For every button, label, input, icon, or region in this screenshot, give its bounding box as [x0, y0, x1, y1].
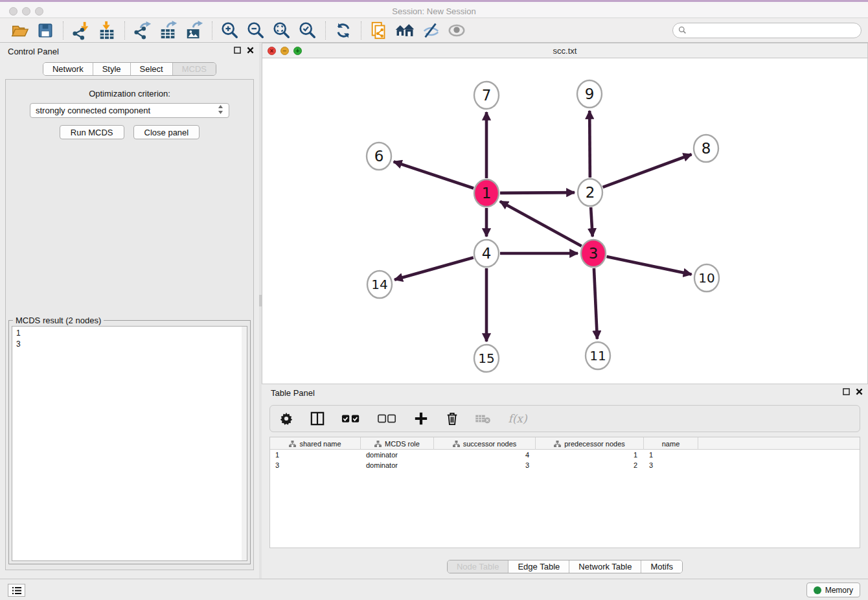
- table-row[interactable]: 1dominator411: [270, 450, 860, 460]
- edge-1-2[interactable]: [500, 192, 575, 193]
- float-table-panel-icon[interactable]: [843, 388, 850, 395]
- tab-edge-table[interactable]: Edge Table: [508, 560, 569, 573]
- edge-4-14[interactable]: [394, 257, 474, 279]
- graph-node-8[interactable]: 8: [694, 135, 718, 162]
- zoom-in-icon[interactable]: [217, 19, 243, 41]
- home-layout-icon[interactable]: [392, 19, 418, 41]
- column-header-successor-nodes[interactable]: successor nodes: [434, 437, 536, 450]
- toolbar-separator: [325, 21, 326, 40]
- cell-shared-name[interactable]: 3: [270, 460, 361, 470]
- import-table-icon[interactable]: [94, 19, 120, 41]
- show-all-icon[interactable]: [444, 19, 470, 41]
- tab-network-table[interactable]: Network Table: [569, 560, 641, 573]
- svg-text:4: 4: [482, 245, 492, 262]
- select-all-checkboxes-icon[interactable]: [340, 410, 362, 427]
- add-column-icon[interactable]: [413, 410, 429, 427]
- graph-node-15[interactable]: 15: [474, 345, 499, 372]
- edge-3-1[interactable]: [500, 202, 582, 246]
- table-row[interactable]: 3dominator323: [270, 460, 860, 470]
- graph-node-10[interactable]: 10: [694, 264, 719, 292]
- graph-node-3[interactable]: 3: [581, 240, 606, 267]
- cell-MCDS-role[interactable]: dominator: [361, 450, 434, 460]
- tab-select[interactable]: Select: [131, 63, 173, 75]
- deselect-all-checkboxes-icon[interactable]: [376, 410, 398, 427]
- zoom-out-icon[interactable]: [243, 19, 269, 41]
- cell-shared-name[interactable]: 1: [270, 450, 361, 460]
- session-title: Session: New Session: [0, 6, 868, 16]
- run-mcds-button[interactable]: Run MCDS: [60, 125, 124, 139]
- edge-3-11[interactable]: [594, 268, 597, 339]
- search-icon: [678, 26, 687, 34]
- cell-successor-nodes[interactable]: 4: [434, 450, 536, 460]
- tab-network[interactable]: Network: [43, 63, 93, 75]
- close-table-panel-icon[interactable]: [856, 388, 863, 395]
- edge-3-10[interactable]: [607, 257, 692, 275]
- edge-2-3[interactable]: [591, 207, 593, 237]
- network-view-title: scc.txt: [262, 46, 867, 56]
- cell-predecessor-nodes[interactable]: 2: [536, 460, 644, 470]
- node-table[interactable]: shared nameMCDS rolesuccessor nodesprede…: [269, 437, 860, 548]
- cell-predecessor-nodes[interactable]: 1: [536, 450, 644, 460]
- column-settings-gear-icon[interactable]: [278, 410, 295, 427]
- tab-motifs[interactable]: Motifs: [641, 560, 682, 573]
- graph-node-14[interactable]: 14: [367, 271, 392, 298]
- graph-node-9[interactable]: 9: [577, 80, 602, 108]
- zoom-fit-icon[interactable]: [269, 19, 295, 41]
- graph-node-4[interactable]: 4: [474, 240, 499, 267]
- cell-name[interactable]: 3: [644, 460, 698, 470]
- graph-node-11[interactable]: 11: [586, 342, 610, 369]
- import-network-icon[interactable]: [68, 19, 94, 41]
- refresh-view-icon[interactable]: [330, 19, 356, 41]
- tab-mcds[interactable]: MCDS: [173, 63, 216, 75]
- memory-label: Memory: [825, 586, 853, 595]
- task-history-button[interactable]: [8, 584, 25, 597]
- cell-name[interactable]: 1: [644, 450, 698, 460]
- search-input[interactable]: [690, 26, 856, 35]
- zoom-selected-icon[interactable]: [295, 19, 321, 41]
- graph-node-7[interactable]: 7: [474, 82, 499, 109]
- memory-button[interactable]: Memory: [806, 583, 860, 597]
- table-panel-tabs: Node TableEdge TableNetwork TableMotifs: [447, 560, 683, 573]
- clone-network-icon[interactable]: [366, 19, 392, 41]
- svg-text:7: 7: [482, 87, 492, 104]
- open-session-icon[interactable]: [6, 19, 32, 41]
- mcds-panel: Optimization criterion: strongly connect…: [5, 79, 254, 570]
- delete-columns-trash-icon[interactable]: [444, 410, 461, 427]
- scrollbar-track[interactable]: [242, 327, 247, 560]
- control-panel-tabs: NetworkStyleSelectMCDS: [43, 62, 216, 76]
- close-panel-icon[interactable]: [247, 47, 254, 54]
- table-panel: Table Panel f(x) shared nameMCDS rolesuc…: [262, 384, 868, 579]
- cell-successor-nodes[interactable]: 3: [434, 460, 536, 470]
- delete-table-icon: [475, 410, 492, 427]
- graph-node-1[interactable]: 1: [474, 179, 499, 207]
- column-header-name[interactable]: name: [644, 437, 698, 450]
- edge-2-8[interactable]: [603, 154, 692, 187]
- split-panel-icon[interactable]: [309, 410, 326, 427]
- cell-MCDS-role[interactable]: dominator: [361, 460, 434, 470]
- save-session-icon[interactable]: [32, 19, 58, 41]
- column-header-predecessor-nodes[interactable]: predecessor nodes: [536, 437, 644, 450]
- svg-text:11: 11: [589, 348, 606, 363]
- criterion-dropdown[interactable]: strongly connected component: [30, 103, 229, 118]
- column-type-icon: [554, 441, 561, 447]
- hide-selected-icon[interactable]: [418, 19, 444, 41]
- network-canvas[interactable]: 7968124314101511: [262, 58, 867, 384]
- table-header-row: shared nameMCDS rolesuccessor nodesprede…: [270, 437, 860, 450]
- network-window-titlebar[interactable]: × − + scc.txt: [262, 43, 867, 58]
- export-image-icon[interactable]: [181, 19, 207, 41]
- close-panel-button[interactable]: Close panel: [133, 125, 200, 139]
- graph-node-2[interactable]: 2: [578, 179, 602, 206]
- toolbar-separator: [124, 21, 125, 40]
- graph-node-6[interactable]: 6: [367, 143, 391, 170]
- float-panel-icon[interactable]: [234, 47, 241, 54]
- edge-2-9[interactable]: [589, 111, 590, 178]
- column-header-shared-name[interactable]: shared name: [270, 437, 361, 450]
- export-network-icon[interactable]: [130, 19, 155, 41]
- tab-node-table[interactable]: Node Table: [448, 560, 509, 573]
- column-header-MCDS-role[interactable]: MCDS role: [361, 437, 434, 450]
- tab-style[interactable]: Style: [93, 63, 131, 75]
- export-table-icon[interactable]: [155, 19, 181, 41]
- edge-1-6[interactable]: [394, 161, 474, 188]
- mcds-result-text[interactable]: 1 3: [12, 326, 247, 561]
- search-field[interactable]: [672, 23, 862, 38]
